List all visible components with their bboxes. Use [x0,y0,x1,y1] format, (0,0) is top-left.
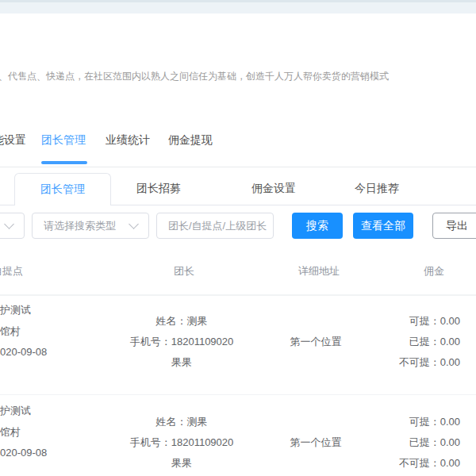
intro-text: 、代售点、快递点，在社区范围内以熟人之间信任为基础，创造千人万人帮你卖货的营销模… [0,70,389,83]
pickup-point-line: 馆村 [0,324,21,339]
chevron-down-icon [129,219,139,229]
subtab-baseline-left [0,205,15,205]
subtab-label: 团长管理 [40,182,85,197]
export-button[interactable]: 导出 [432,213,476,239]
leader-phone: 手机号：18201109020 [130,335,234,349]
search-button[interactable]: 搜索 [292,213,343,239]
search-type-select[interactable]: 请选择搜索类型 [32,213,149,239]
nav-tab-settings[interactable]: 能设置 [0,133,26,148]
keyword-search-input[interactable] [156,213,274,239]
view-all-button[interactable]: 查看全部 [353,213,413,239]
col-header-commission: 佣金 [424,264,444,278]
subtab-commission-settings[interactable]: 佣金设置 [251,182,296,196]
search-type-placeholder: 请选择搜索类型 [33,219,130,233]
filter-select-first[interactable] [0,213,25,239]
subtab-leader-management[interactable]: 团长管理 [14,173,111,205]
table-header-divider [0,294,476,296]
table-row-divider [0,394,476,395]
commission-withdrawn: 已提：0.00 [341,436,460,450]
col-header-leader: 团长 [174,264,194,278]
leader-name: 姓名：测果 [156,314,208,328]
chevron-down-icon [4,219,14,229]
pickup-point-line: 020-09-08 [0,446,47,460]
leader-nickname: 果果 [171,456,192,470]
commission-unwithdrawable: 不可提：0.00 [341,355,460,370]
nav-tab-commission-withdraw[interactable]: 佣金提现 [168,133,213,148]
leader-name: 姓名：测果 [156,415,208,429]
col-header-address: 详细地址 [298,264,340,278]
top-bar [0,0,476,13]
pickup-point-line: 护测试 [0,404,31,418]
commission-withdrawable: 可提：0.00 [341,314,460,328]
commission-unwithdrawable: 不可提：0.00 [341,456,460,470]
nav-tab-performance-stats[interactable]: 业绩统计 [106,133,150,148]
pickup-point-line: 馆村 [0,425,21,440]
pickup-point-line: 020-09-08 [0,345,47,359]
subtab-today-recommend[interactable]: 今日推荐 [355,182,399,196]
pickup-point-line: 护测试 [0,303,31,317]
subtab-baseline-right [110,205,476,205]
address-cell: 第一个位置 [290,436,342,450]
active-tab-indicator [41,161,87,164]
address-cell: 第一个位置 [290,335,342,349]
commission-withdrawn: 已提：0.00 [341,335,460,349]
col-header-pickup-point: 自提点 [0,264,23,278]
leader-phone: 手机号：18201109020 [130,436,234,450]
leader-nickname: 果果 [171,355,192,370]
nav-tab-leader-management[interactable]: 团长管理 [41,133,86,148]
nav-divider [0,167,476,167]
commission-withdrawable: 可提：0.00 [341,415,460,429]
subtab-leader-recruit[interactable]: 团长招募 [136,182,181,196]
